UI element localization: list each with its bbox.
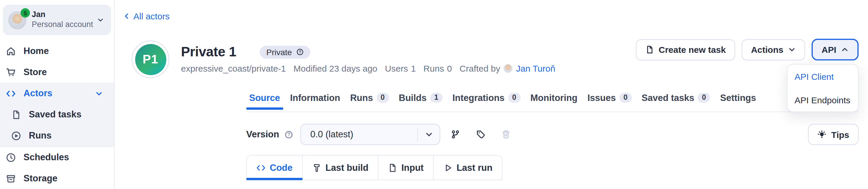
actions-dropdown-button[interactable]: Actions [742, 39, 805, 60]
tab-issues[interactable]: Issues 0 [587, 92, 631, 112]
cart-icon [6, 67, 16, 77]
actor-author: Crafted by Jan Turoň [460, 63, 555, 73]
sidebar-item-schedules[interactable]: Schedules [0, 147, 114, 168]
tab-integrations[interactable]: Integrations 0 [453, 92, 520, 112]
account-name: Jan [32, 10, 92, 20]
create-new-task-button[interactable]: Create new task [636, 39, 735, 60]
actor-path: expressive_coast/private-1 [181, 63, 286, 73]
clock-icon [6, 152, 16, 162]
tab-saved-tasks[interactable]: Saved tasks 0 [642, 92, 710, 112]
git-branch-icon [451, 130, 460, 139]
tab-count-badge: 0 [376, 93, 389, 103]
tab-monitoring[interactable]: Monitoring [530, 92, 578, 112]
breadcrumb-label: All actors [133, 11, 169, 21]
sidebar-item-label: Schedules [24, 152, 69, 162]
tips-button[interactable]: Tips [808, 124, 859, 145]
runs-label: Runs [424, 63, 444, 73]
chevron-up-icon [841, 46, 848, 53]
tips-label: Tips [831, 129, 849, 140]
chevron-left-icon [123, 12, 130, 20]
menu-item-api-client[interactable]: API Client [787, 65, 858, 88]
actor-avatar-initials: P1 [135, 44, 166, 75]
actor-title-row: Private 1 Private ? [181, 44, 310, 60]
subtab-input[interactable]: Input [378, 155, 434, 180]
user-avatar: $ [8, 11, 26, 29]
subtab-last-build[interactable]: Last build [303, 155, 378, 180]
tab-runs[interactable]: Runs 0 [350, 92, 389, 112]
author-link[interactable]: Jan Turoň [516, 63, 555, 73]
account-names: Jan Personal account [32, 10, 92, 30]
home-icon [6, 46, 16, 56]
tab-label: Runs [350, 92, 373, 104]
sidebar-nav: Home Store Actors Saved tasks Runs [0, 40, 114, 189]
git-branch-button[interactable] [447, 126, 464, 143]
subtab-last-run[interactable]: Last run [434, 155, 502, 180]
question-circle-icon: ? [296, 48, 304, 56]
sidebar-actors-group: Actors Saved tasks Runs [0, 83, 114, 147]
visibility-badge-label: Private [266, 47, 292, 56]
account-switcher[interactable]: $ Jan Personal account [3, 5, 111, 35]
tab-count-badge: 1 [430, 93, 442, 103]
delete-version-button[interactable] [498, 126, 514, 143]
actions-label: Actions [751, 45, 783, 54]
actor-users: Users 1 [385, 63, 416, 73]
menu-item-api-endpoints[interactable]: API Endpoints [787, 88, 858, 112]
version-select-value: 0.0 (latest) [301, 129, 417, 140]
sidebar-item-label: Saved tasks [29, 109, 82, 120]
subtab-label: Input [401, 162, 424, 173]
tab-count-badge: 0 [698, 93, 710, 103]
main-content: All actors P1 Private 1 Private ? expres… [115, 0, 868, 189]
tab-label: Integrations [453, 92, 504, 104]
sidebar-item-store[interactable]: Store [0, 62, 114, 83]
tab-builds[interactable]: Builds 1 [399, 92, 442, 112]
actor-tabs: Source Information Runs 0 Builds 1 Integ… [246, 92, 859, 112]
visibility-badge[interactable]: Private ? [260, 45, 310, 59]
sidebar-item-runs[interactable]: Runs [0, 125, 114, 146]
tag-icon [476, 130, 486, 139]
tab-count-badge: 0 [508, 93, 520, 103]
tab-label: Builds [399, 92, 427, 104]
actor-modified: Modified 23 days ago [293, 63, 377, 73]
api-dropdown-button[interactable]: API [812, 39, 859, 61]
document-icon [388, 163, 397, 172]
sidebar-item-label: Runs [29, 130, 52, 141]
sidebar-item-saved-tasks[interactable]: Saved tasks [0, 104, 114, 125]
tag-button[interactable] [472, 126, 489, 143]
tab-information[interactable]: Information [290, 92, 340, 112]
sidebar-item-home[interactable]: Home [0, 40, 114, 62]
play-circle-icon [11, 130, 21, 141]
chevron-down-icon [95, 89, 103, 97]
svg-text:?: ? [299, 49, 301, 54]
tab-label: Saved tasks [642, 92, 694, 104]
create-new-task-label: Create new task [658, 45, 725, 54]
help-question-icon[interactable]: ? [284, 130, 293, 139]
subtab-code[interactable]: Code [246, 155, 303, 180]
crafted-by-label: Crafted by [460, 63, 500, 73]
sidebar-item-label: Home [24, 46, 49, 56]
document-icon [645, 45, 654, 54]
subtab-label: Last run [457, 162, 493, 173]
sidebar-item-label: Storage [24, 173, 57, 184]
source-subtabs: Code Last build Input Last run [246, 155, 502, 180]
subtab-label: Last build [326, 162, 369, 173]
sidebar-item-label: Store [24, 67, 47, 77]
tab-label: Information [290, 92, 340, 104]
sidebar-item-storage[interactable]: Storage [0, 168, 114, 189]
tab-count-badge: 0 [619, 93, 632, 103]
play-icon [443, 163, 453, 172]
tab-source[interactable]: Source [249, 92, 280, 112]
lightbulb-icon [818, 130, 827, 139]
sidebar-item-actors[interactable]: Actors [0, 83, 114, 104]
breadcrumb-back-link[interactable]: All actors [123, 11, 169, 21]
tab-label: Source [249, 92, 280, 104]
api-label: API [822, 45, 836, 54]
chevron-down-icon [97, 16, 104, 24]
chevron-down-icon [418, 130, 440, 139]
code-brackets-icon [256, 163, 266, 172]
tab-settings[interactable]: Settings [720, 92, 756, 112]
version-select[interactable]: 0.0 (latest) [300, 124, 440, 145]
sidebar: $ Jan Personal account Home Store [0, 0, 115, 189]
actor-avatar: P1 [132, 40, 169, 78]
actor-meta-row: expressive_coast/private-1 Modified 23 d… [181, 63, 555, 73]
storage-box-icon [6, 174, 16, 183]
